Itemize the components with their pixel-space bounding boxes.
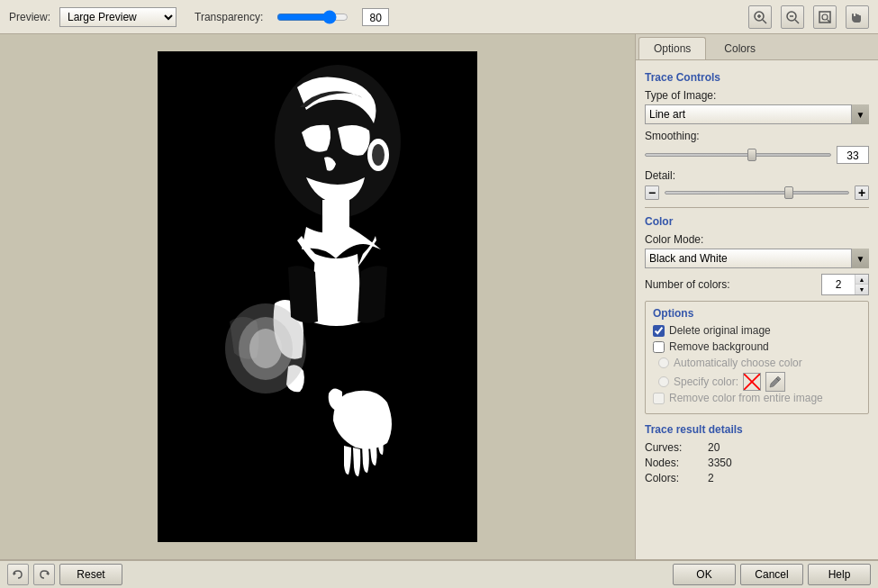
silhouette-svg (158, 51, 477, 542)
color-swatch[interactable] (743, 373, 761, 391)
svg-line-1 (763, 20, 766, 23)
dropper-icon (769, 375, 782, 388)
spin-up-btn[interactable]: ▲ (855, 275, 868, 285)
auto-choose-radio[interactable] (658, 357, 669, 368)
trace-details-title: Trace result details (645, 423, 869, 436)
spinner-buttons: ▲ ▼ (855, 275, 868, 294)
pan-icon (850, 10, 864, 24)
pan-button[interactable] (846, 5, 869, 29)
delete-original-checkbox[interactable] (653, 325, 665, 337)
detail-track[interactable] (665, 191, 849, 194)
options-section: Options Delete original image Remove bac… (645, 301, 869, 414)
trace-result-details: Trace result details Curves: 20 Nodes: 3… (645, 423, 869, 484)
color-mode-select[interactable]: Black and White Grayscale Color Automati… (645, 249, 869, 268)
detail-slider-row: − + (645, 185, 869, 200)
zoom-fit-icon (818, 10, 832, 24)
svg-line-5 (795, 20, 799, 23)
preview-area (0, 34, 635, 559)
preview-select[interactable]: Large Preview Small Preview No Preview (59, 7, 177, 27)
zoom-in-icon (753, 10, 767, 24)
specify-color-row: Specify color: (658, 372, 861, 392)
delete-original-label: Delete original image (669, 324, 771, 337)
redo-icon (38, 568, 50, 581)
num-colors-label: Number of colors: (645, 278, 816, 291)
curves-row: Curves: 20 (645, 441, 869, 454)
colors-key: Colors: (645, 472, 708, 484)
smoothing-slider-row: 33 (645, 146, 869, 164)
bottom-bar: Reset OK Cancel Help (0, 559, 878, 588)
detail-thumb[interactable] (784, 186, 793, 199)
zoom-in-button[interactable] (748, 5, 772, 29)
color-mode-container: Black and White Grayscale Color Automati… (645, 249, 869, 268)
transparency-value: 80 (362, 8, 389, 26)
svg-point-8 (822, 14, 828, 20)
main-content: Options Colors Trace Controls Type of Im… (0, 34, 878, 559)
type-of-image-select[interactable]: Line art Photograph Clip art (645, 104, 869, 124)
undo-icon (12, 568, 24, 581)
history-back-btn[interactable] (7, 564, 29, 585)
spin-down-btn[interactable]: ▼ (855, 285, 868, 294)
preview-label: Preview: (9, 11, 50, 23)
tabs: Options Colors (636, 34, 878, 60)
svg-point-13 (372, 144, 385, 166)
colors-result-value: 2 (708, 472, 714, 484)
curves-key: Curves: (645, 441, 708, 454)
panel-content: Trace Controls Type of Image: Line art P… (636, 60, 878, 559)
colors-result-row: Colors: 2 (645, 472, 869, 484)
remove-background-checkbox[interactable] (653, 341, 665, 353)
cancel-button[interactable]: Cancel (740, 564, 803, 585)
preview-image (158, 51, 477, 542)
remove-color-entire-row: Remove color from entire image (653, 392, 861, 404)
options-section-title: Options (653, 307, 861, 320)
detail-plus-btn[interactable]: + (855, 185, 869, 200)
nodes-value: 3350 (708, 457, 732, 469)
num-colors-input[interactable] (822, 275, 855, 294)
nodes-key: Nodes: (645, 457, 708, 469)
smoothing-label: Smoothing: (645, 130, 869, 142)
divider-1 (645, 207, 869, 208)
num-colors-row: Number of colors: ▲ ▼ (645, 274, 869, 295)
tab-options[interactable]: Options (638, 37, 706, 59)
specify-color-label: Specify color: (674, 375, 738, 388)
curves-value: 20 (708, 441, 720, 454)
color-dropper-btn[interactable] (765, 372, 785, 392)
transparency-slider[interactable] (276, 10, 348, 24)
svg-point-17 (249, 329, 282, 368)
color-mode-label: Color Mode: (645, 233, 869, 246)
zoom-out-button[interactable] (781, 5, 804, 29)
transparency-label: Transparency: (195, 11, 263, 23)
remove-color-entire-label: Remove color from entire image (669, 392, 823, 404)
auto-choose-color-row: Automatically choose color (658, 357, 861, 369)
remove-background-label: Remove background (669, 340, 769, 353)
tab-colors[interactable]: Colors (709, 37, 771, 59)
reset-button[interactable]: Reset (59, 564, 122, 585)
specify-color-radio[interactable] (658, 376, 669, 387)
delete-original-row: Delete original image (653, 324, 861, 337)
num-colors-spinner: ▲ ▼ (821, 274, 869, 295)
type-of-image-label: Type of Image: (645, 89, 869, 102)
detail-label: Detail: (645, 169, 869, 182)
smoothing-track[interactable] (645, 153, 831, 157)
smoothing-thumb[interactable] (747, 149, 756, 161)
trace-controls-title: Trace Controls (645, 71, 869, 84)
history-forward-btn[interactable] (33, 564, 55, 585)
type-of-image-container: Line art Photograph Clip art ▼ (645, 104, 869, 124)
detail-minus-btn[interactable]: − (645, 185, 659, 200)
remove-color-entire-checkbox[interactable] (653, 393, 665, 404)
auto-choose-label: Automatically choose color (674, 357, 802, 369)
help-button[interactable]: Help (808, 564, 871, 585)
smoothing-value: 33 (837, 146, 869, 164)
zoom-out-icon (785, 10, 800, 24)
toolbar: Preview: Large Preview Small Preview No … (0, 0, 878, 34)
color-section-title: Color (645, 215, 869, 228)
zoom-fit-button[interactable] (813, 5, 837, 29)
ok-button[interactable]: OK (673, 564, 736, 585)
right-panel: Options Colors Trace Controls Type of Im… (635, 34, 878, 559)
nodes-row: Nodes: 3350 (645, 457, 869, 469)
remove-background-row: Remove background (653, 340, 861, 353)
